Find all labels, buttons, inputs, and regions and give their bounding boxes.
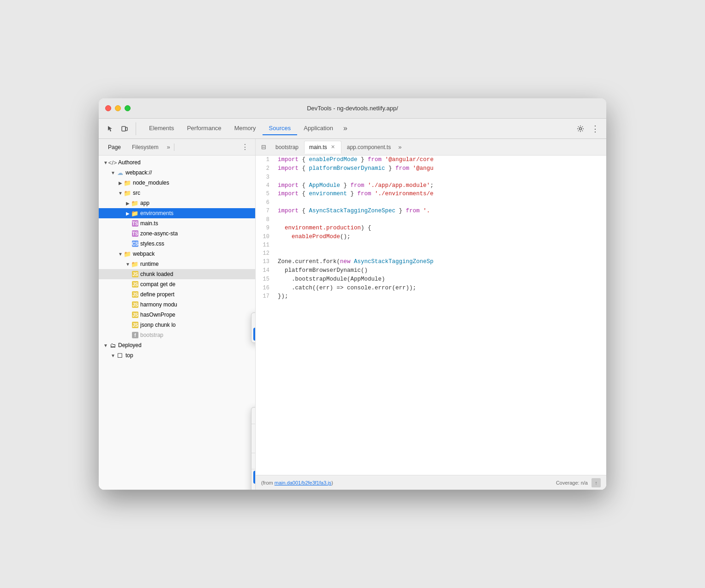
code-line-1: 1 import { enableProdMode } from '@angul…: [256, 156, 606, 164]
more-options-icon[interactable]: ⋮: [589, 122, 602, 135]
code-line-10: 10 enableProdMode();: [256, 233, 606, 241]
editor-tab-more-icon[interactable]: »: [398, 144, 401, 150]
tree-item-bootstrap-file[interactable]: f bootstrap: [99, 330, 255, 340]
tree-item-jsonp-chunk[interactable]: JS jsonp chunk lo: [99, 320, 255, 330]
tree-item-hasownprop[interactable]: JS hasOwnPrope: [99, 310, 255, 320]
line-code: [274, 249, 606, 258]
menu-item-add-all-third-party[interactable]: Add all third-party scripts to ignore li…: [251, 484, 255, 490]
device-icon[interactable]: [118, 122, 131, 135]
panel-tab-more[interactable]: »: [167, 144, 170, 150]
code-line-15: 15 .bootstrapModule(AppModule): [256, 275, 606, 284]
file-icon: TS: [132, 220, 138, 227]
devtools-window: DevTools - ng-devtools.netlify.app/ Elem…: [99, 98, 606, 490]
tab-filesystem[interactable]: Filesystem: [127, 142, 163, 152]
status-link[interactable]: main.da001/b2fe3f1fa3.js: [275, 480, 332, 486]
tab-main-ts[interactable]: main.ts ✕: [304, 141, 341, 154]
close-button[interactable]: [105, 105, 111, 111]
tab-sources[interactable]: Sources: [263, 122, 298, 135]
tree-label: app: [140, 200, 149, 206]
tree-item-deployed[interactable]: ▼ 🗂 Deployed: [99, 340, 255, 350]
deployed-icon: 🗂: [109, 342, 116, 349]
line-number: 17: [256, 292, 274, 301]
menu-item-search-in-folder[interactable]: Search in folder: [251, 315, 255, 328]
code-line-5: 5 import { environment } from './environ…: [256, 190, 606, 198]
tab-memory[interactable]: Memory: [228, 122, 263, 135]
code-line-8: 8: [256, 216, 606, 224]
tree-item-app[interactable]: ▶ 📁 app: [99, 198, 255, 208]
line-code: [274, 173, 606, 181]
chevron-down-icon: ▼: [117, 190, 124, 196]
tree-item-src[interactable]: ▼ 📁 src: [99, 188, 255, 198]
menu-item-save-as[interactable]: Save as...: [251, 455, 255, 468]
title-bar: DevTools - ng-devtools.netlify.app/: [99, 98, 606, 119]
separator: [251, 469, 255, 469]
settings-icon[interactable]: [574, 122, 587, 135]
tab-performance[interactable]: Performance: [180, 122, 227, 135]
line-number: 5: [256, 190, 274, 198]
main-area: Page Filesystem » ⋮ ▼ </> Authored ▼ ☁: [99, 139, 606, 490]
editor-tabs: ⊟ bootstrap main.ts ✕ app.component.ts »: [256, 139, 606, 156]
line-code: import { enableProdMode } from '@angular…: [274, 156, 606, 164]
tree-item-chunk-loaded[interactable]: JS chunk loaded: [99, 269, 255, 279]
menu-item-copy-filename[interactable]: Copy file name: [251, 438, 255, 451]
cloud-icon: ☁: [116, 169, 124, 176]
code-line-16: 16 .catch((err) => console.error(err));: [256, 284, 606, 293]
chevron-right-icon: ▶: [125, 210, 131, 216]
line-number: 13: [256, 258, 274, 266]
menu-item-open-new-tab[interactable]: Open in new tab: [251, 409, 255, 422]
tree-item-webpack-root[interactable]: ▼ ☁ webpack://: [99, 168, 255, 178]
panel-toggle-icon[interactable]: ⊟: [257, 142, 270, 152]
menu-item-add-script[interactable]: Add script to ignore list: [253, 471, 255, 484]
code-line-6: 6: [256, 198, 606, 207]
folder-icon: 📁: [124, 250, 131, 258]
tab-label: main.ts: [309, 144, 327, 150]
tree-item-zone-async[interactable]: TS zone-async-sta: [99, 228, 255, 239]
file-icon: JS: [132, 322, 138, 328]
chevron-right-icon: ▶: [125, 200, 131, 206]
tree-item-environments[interactable]: ▶ 📁 environments: [99, 208, 255, 218]
status-bar: (from main.da001/b2fe3f1fa3.js) Coverage…: [256, 475, 606, 490]
line-code: [274, 241, 606, 249]
menu-item-add-directory[interactable]: Add directory to ignore list: [253, 328, 255, 341]
tab-close-icon[interactable]: ✕: [329, 144, 336, 150]
tab-app-component[interactable]: app.component.ts: [342, 141, 395, 154]
coverage-icon-btn[interactable]: ↑: [591, 478, 601, 487]
right-panel: ⊟ bootstrap main.ts ✕ app.component.ts »: [256, 139, 606, 490]
tab-bootstrap[interactable]: bootstrap: [271, 141, 303, 154]
file-icon: JS: [132, 291, 138, 298]
tree-item-runtime[interactable]: ▼ 📁 runtime: [99, 259, 255, 269]
tab-page[interactable]: Page: [103, 142, 125, 152]
separator: [251, 453, 255, 453]
tree-item-define-prop[interactable]: JS define propert: [99, 289, 255, 300]
status-from-text: (from main.da001/b2fe3f1fa3.js): [261, 480, 333, 486]
tree-item-main-ts[interactable]: TS main.ts: [99, 218, 255, 228]
minimize-button[interactable]: [115, 105, 121, 111]
status-coverage: Coverage: n/a: [556, 480, 588, 486]
menu-item-copy-link[interactable]: Copy link address: [251, 426, 255, 438]
chevron-down-icon: ▼: [110, 169, 116, 176]
line-number: 10: [256, 233, 274, 241]
tree-item-harmony-mod[interactable]: JS harmony modu: [99, 300, 255, 310]
tree-item-compat-get[interactable]: JS compat get de: [99, 279, 255, 289]
tab-elements[interactable]: Elements: [143, 122, 180, 135]
line-code: .bootstrapModule(AppModule): [274, 275, 606, 284]
file-icon: f: [132, 332, 138, 338]
tree-label: runtime: [140, 261, 159, 267]
code-icon: </>: [109, 159, 116, 166]
tree-item-top[interactable]: ▼ ☐ top: [99, 350, 255, 360]
panel-options-icon[interactable]: ⋮: [239, 142, 251, 152]
code-editor[interactable]: 1 import { enableProdMode } from '@angul…: [256, 156, 606, 475]
line-number: 15: [256, 275, 274, 284]
maximize-button[interactable]: [125, 105, 131, 111]
line-code: platformBrowserDynamic(): [274, 266, 606, 275]
tree-item-authored[interactable]: ▼ </> Authored: [99, 157, 255, 168]
cursor-icon[interactable]: [103, 122, 116, 135]
tree-item-node-modules[interactable]: ▶ 📁 node_modules: [99, 178, 255, 188]
line-number: 2: [256, 164, 274, 173]
code-line-13: 13 Zone.current.fork(new AsyncStackTaggi…: [256, 258, 606, 266]
tree-item-webpack-folder[interactable]: ▼ 📁 webpack: [99, 249, 255, 259]
tab-more[interactable]: »: [340, 121, 351, 136]
tab-application[interactable]: Application: [297, 122, 340, 135]
tree-item-styles-css[interactable]: CS styles.css: [99, 239, 255, 249]
traffic-lights: [105, 105, 131, 111]
